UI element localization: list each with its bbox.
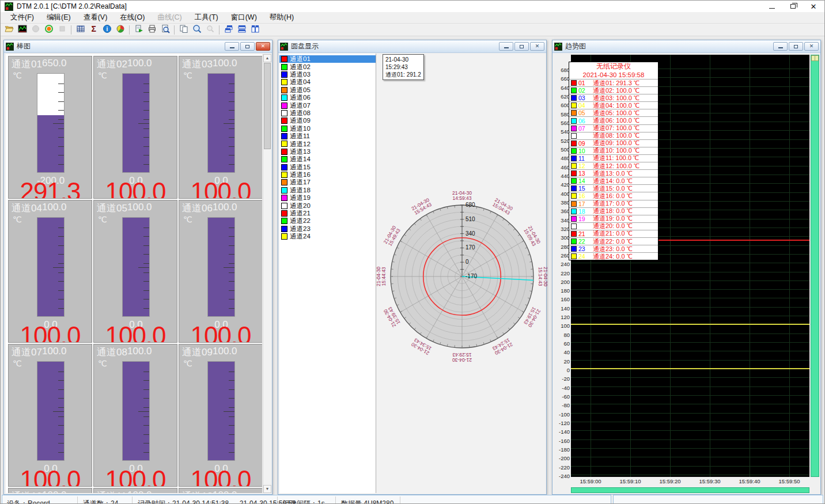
tile-vertical-button[interactable] xyxy=(248,24,262,36)
scroll-down-icon[interactable]: ▼ xyxy=(263,485,271,493)
legend-row: 12通道12: 100.0 ℃ xyxy=(569,162,658,169)
bar-window-titlebar[interactable]: 棒图 ✕ xyxy=(4,40,272,53)
legend-channel-value: 通道07: 100.0 ℃ xyxy=(593,124,639,132)
gauge-max-label: 100.0 xyxy=(42,490,67,493)
bar-minimize-button[interactable] xyxy=(225,42,239,51)
cascade-windows-button[interactable] xyxy=(222,24,235,36)
scroll-button-icon[interactable] xyxy=(815,55,819,61)
data-table-button[interactable] xyxy=(74,24,87,36)
scroll-up-icon[interactable]: ▲ xyxy=(263,54,271,62)
channel-list-item[interactable]: 通道12 xyxy=(279,140,376,147)
channel-list-item[interactable]: 通道05 xyxy=(279,86,376,94)
y-axis-tick-label: 600 xyxy=(555,102,570,108)
channel-list-item[interactable]: 通道07 xyxy=(279,101,376,109)
stop-square-button[interactable] xyxy=(55,24,69,36)
channel-list-item[interactable]: 通道24 xyxy=(279,233,376,240)
channel-color-swatch xyxy=(281,210,287,217)
channel-list-item[interactable]: 通道20 xyxy=(279,202,376,209)
menu-curve[interactable]: 曲线(C) xyxy=(151,12,188,24)
channel-list-item[interactable]: 通道14 xyxy=(279,156,376,163)
menu-tools[interactable]: 工具(T) xyxy=(188,12,225,24)
menu-help[interactable]: 帮助(H) xyxy=(263,12,300,24)
polar-r-label: 340 xyxy=(466,230,475,237)
trend-restore-button[interactable] xyxy=(789,42,803,51)
copy-button[interactable] xyxy=(177,24,190,36)
play-circle-button[interactable] xyxy=(29,24,42,36)
trend-horizontal-scrollbar[interactable] xyxy=(571,487,809,493)
menu-file[interactable]: 文件(F) xyxy=(4,12,40,24)
gauge-value: 100.0 xyxy=(94,473,177,486)
y-axis-tick-label: 140 xyxy=(555,305,570,312)
legend-row: 18通道18: 0.0 ℃ xyxy=(569,207,658,215)
legend-channel-number: 11 xyxy=(578,155,589,162)
channel-list-item[interactable]: 通道15 xyxy=(279,163,376,170)
close-button[interactable]: ✕ xyxy=(809,2,818,10)
y-axis-tick-label: 440 xyxy=(555,173,570,179)
channel-list-item[interactable]: 通道13 xyxy=(279,148,376,156)
channel-list-item[interactable]: 通道09 xyxy=(279,117,376,124)
disc-minimize-button[interactable] xyxy=(499,42,513,51)
trend-vertical-scrollbar[interactable] xyxy=(811,55,819,477)
legend-color-swatch xyxy=(571,110,577,116)
channel-list-item[interactable]: 通道08 xyxy=(279,109,376,117)
legend-channel-value: 通道13: 0.0 ℃ xyxy=(593,169,633,177)
disc-restore-button[interactable] xyxy=(514,42,529,51)
legend-channel-value: 通道12: 100.0 ℃ xyxy=(593,162,639,169)
legend-row: 22通道22: 0.0 ℃ xyxy=(569,237,658,245)
zoom-button[interactable] xyxy=(190,24,203,36)
open-folder-button[interactable] xyxy=(2,24,16,36)
channel-list-item[interactable]: 通道01 xyxy=(279,55,376,63)
record-circle-button[interactable] xyxy=(42,24,55,36)
channel-list-item[interactable]: 通道22 xyxy=(279,217,376,225)
print-preview-button[interactable] xyxy=(158,24,172,36)
menu-edit[interactable]: 编辑(E) xyxy=(40,12,77,24)
channel-list-item[interactable]: 通道19 xyxy=(279,194,376,202)
menu-online[interactable]: 在线(O) xyxy=(113,12,151,24)
restore-button[interactable] xyxy=(789,2,797,10)
channel-list-item[interactable]: 通道23 xyxy=(279,225,376,233)
gauge-channel-name: 通道09 xyxy=(182,346,213,359)
channel-color-swatch xyxy=(281,71,287,78)
disc-close-button[interactable]: ✕ xyxy=(530,42,544,51)
realtime-chart-button[interactable] xyxy=(16,24,29,36)
trend-window-titlebar[interactable]: 趋势图 ✕ xyxy=(552,40,820,53)
gauge-bar xyxy=(122,361,150,461)
scroll-thumb[interactable] xyxy=(264,63,271,149)
gauge-unit-label: ℃ xyxy=(98,359,107,368)
print-button[interactable] xyxy=(145,24,158,36)
disc-plot-area: 21-04-30 15:29:43 通道01: 291.2 6805103401… xyxy=(376,54,545,493)
channel-list-item[interactable]: 通道06 xyxy=(279,94,376,101)
channel-list-item[interactable]: 通道21 xyxy=(279,210,376,217)
pie-chart-button[interactable] xyxy=(113,24,127,36)
disc-window-titlebar[interactable]: 圆盘显示 ✕ xyxy=(278,40,546,53)
channel-list-item[interactable]: 通道04 xyxy=(279,78,376,86)
info-button[interactable]: i xyxy=(100,24,113,36)
bar-close-button[interactable]: ✕ xyxy=(256,42,270,51)
trend-gridline xyxy=(571,360,809,361)
status-field: 数据量 4U8M280 xyxy=(341,499,393,504)
gauge-mid-tick xyxy=(224,411,234,412)
sigma-button[interactable]: Σ xyxy=(87,24,100,36)
channel-color-swatch xyxy=(281,172,287,178)
zoom-out-button[interactable] xyxy=(203,24,217,36)
gauge-bar xyxy=(207,217,235,317)
trend-minimize-button[interactable] xyxy=(773,42,788,51)
bar-window-scrollbar[interactable]: ▲ ▼ xyxy=(263,54,271,493)
legend-row: 13通道13: 0.0 ℃ xyxy=(569,169,658,177)
trend-close-button[interactable]: ✕ xyxy=(804,42,819,51)
bar-restore-button[interactable] xyxy=(240,42,255,51)
channel-list-item[interactable]: 通道10 xyxy=(279,125,376,132)
minimize-button[interactable] xyxy=(768,2,776,10)
channel-list-item[interactable]: 通道17 xyxy=(279,179,376,186)
tile-horizontal-button[interactable] xyxy=(235,24,248,36)
gauge-mid-tick xyxy=(224,267,234,268)
disc-window-title: 圆盘显示 xyxy=(291,41,319,51)
menu-view[interactable]: 查看(V) xyxy=(77,12,114,24)
menu-window[interactable]: 窗口(W) xyxy=(225,12,263,24)
channel-list-item[interactable]: 通道03 xyxy=(279,71,376,78)
channel-list-item[interactable]: 通道16 xyxy=(279,171,376,179)
channel-list-item[interactable]: 通道11 xyxy=(279,132,376,140)
channel-list-item[interactable]: 通道02 xyxy=(279,63,376,70)
export-button[interactable] xyxy=(132,24,145,36)
channel-list-item[interactable]: 通道18 xyxy=(279,187,376,194)
